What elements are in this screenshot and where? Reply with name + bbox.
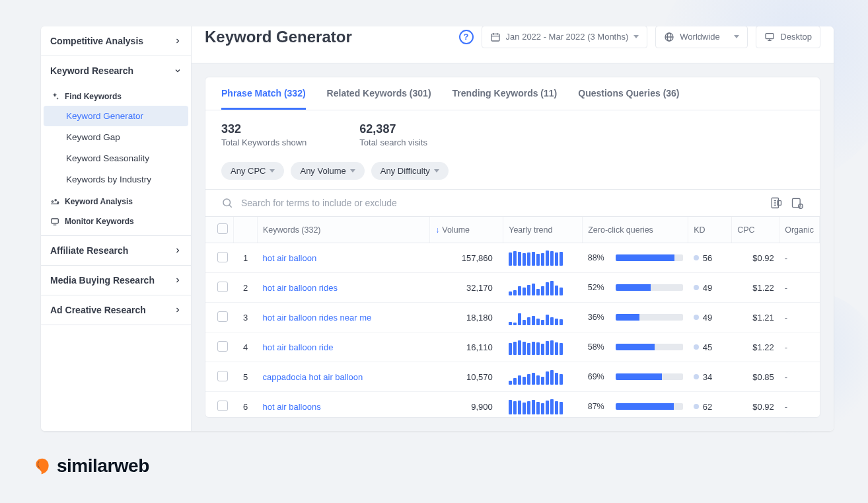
help-icon[interactable]: ? xyxy=(459,30,474,44)
device-picker[interactable]: Desktop xyxy=(756,26,820,48)
cell-cpc: $1.22 xyxy=(732,332,779,362)
cell-zeroclick: 58% xyxy=(583,332,688,362)
col-organic[interactable]: Organic xyxy=(779,217,820,243)
keyword-link[interactable]: hot air balloon xyxy=(263,253,317,263)
trend-sparkline xyxy=(509,399,577,414)
cell-trend xyxy=(503,362,583,392)
chevron-right-icon xyxy=(174,306,182,314)
logo-text: similarweb xyxy=(57,455,149,477)
svg-rect-13 xyxy=(766,33,774,38)
cell-trend xyxy=(503,392,583,418)
row-checkbox[interactable] xyxy=(217,401,228,411)
keyword-link[interactable]: hot air balloon rides near me xyxy=(263,313,372,323)
sort-desc-icon: ↓ xyxy=(435,225,439,235)
row-checkbox[interactable] xyxy=(217,282,228,292)
row-index: 5 xyxy=(234,362,258,392)
col-volume[interactable]: ↓Volume xyxy=(430,217,503,243)
sidebar-section-label: Ad Creative Research xyxy=(50,305,146,315)
row-index: 3 xyxy=(234,303,258,332)
filters: Any CPC Any Volume Any Difficulty xyxy=(205,159,820,190)
col-cpc[interactable]: CPC xyxy=(732,217,779,243)
sidebar-item-keywords-by-industry[interactable]: Keywords by Industry xyxy=(44,169,188,190)
table-row: 6 hot air balloons 9,900 87% 62 $0.92 - xyxy=(205,392,820,418)
keyword-link[interactable]: hot air balloons xyxy=(263,402,321,412)
region-picker[interactable]: Worldwide xyxy=(655,26,748,48)
cell-kd: 45 xyxy=(688,332,732,362)
settings-gear-icon[interactable] xyxy=(791,196,804,210)
col-keywords[interactable]: Keywords (332) xyxy=(258,217,430,243)
main-content: Keyword Generator ? Jan 2022 - Mar 2022 … xyxy=(192,26,834,431)
keyword-link[interactable]: hot air balloon ride xyxy=(263,342,334,352)
sidebar-subhead-monitor-keywords[interactable]: Monitor Keywords xyxy=(41,210,191,235)
tab-related-keywords[interactable]: Related Keywords (301) xyxy=(327,77,431,110)
cell-zeroclick: 88% xyxy=(583,243,688,273)
table-row: 1 hot air balloon 157,860 88% 56 $0.92 - xyxy=(205,243,820,273)
cell-organic: - xyxy=(779,392,820,418)
sidebar-subhead-keyword-analysis[interactable]: Keyword Analysis xyxy=(41,190,191,210)
sidebar-section-keyword-research[interactable]: Keyword Research xyxy=(41,56,191,85)
monitor-icon xyxy=(50,217,59,226)
select-all-checkbox[interactable] xyxy=(217,223,228,234)
keywords-table: Keywords (332) ↓Volume Yearly trend Zero… xyxy=(205,217,820,418)
cell-zeroclick: 69% xyxy=(583,362,688,392)
tab-phrase-match[interactable]: Phrase Match (332) xyxy=(221,77,306,110)
date-range-picker[interactable]: Jan 2022 - Mar 2022 (3 Months) xyxy=(482,26,648,48)
caret-down-icon xyxy=(270,169,275,173)
sidebar-section-label: Media Buying Research xyxy=(50,275,155,286)
filter-difficulty[interactable]: Any Difficulty xyxy=(371,162,449,180)
app-frame: Competitive Analysis Keyword Research Fi… xyxy=(41,26,834,431)
chevron-right-icon xyxy=(174,276,182,284)
svg-rect-23 xyxy=(793,198,801,207)
col-kd[interactable]: KD xyxy=(688,217,732,243)
sidebar-section-ad-creative[interactable]: Ad Creative Research xyxy=(41,295,191,325)
stats-row: 332 Total Keywords shown 62,387 Total se… xyxy=(205,110,820,159)
trend-sparkline xyxy=(509,280,577,295)
svg-line-17 xyxy=(229,205,232,208)
cell-kd: 56 xyxy=(688,243,732,273)
col-index xyxy=(234,217,258,243)
filter-volume[interactable]: Any Volume xyxy=(291,162,364,180)
cell-zeroclick: 87% xyxy=(583,392,688,418)
page-title: Keyword Generator xyxy=(205,28,352,46)
svg-point-0 xyxy=(52,201,53,202)
keyword-link[interactable]: cappadocia hot air balloon xyxy=(263,372,363,382)
chevron-right-icon xyxy=(174,247,182,254)
sidebar: Competitive Analysis Keyword Research Fi… xyxy=(41,26,192,431)
row-checkbox[interactable] xyxy=(217,252,228,262)
svg-point-1 xyxy=(55,200,56,201)
similarweb-logo: similarweb xyxy=(33,455,149,477)
filter-cpc[interactable]: Any CPC xyxy=(221,162,284,180)
row-checkbox[interactable] xyxy=(217,311,228,322)
row-checkbox[interactable] xyxy=(217,341,228,352)
col-trend[interactable]: Yearly trend xyxy=(503,217,583,243)
cell-zeroclick: 52% xyxy=(583,273,688,303)
sidebar-section-affiliate[interactable]: Affiliate Research xyxy=(41,236,191,265)
cell-zeroclick: 36% xyxy=(583,303,688,332)
tab-trending-keywords[interactable]: Trending Keywords (11) xyxy=(452,77,558,110)
cell-trend xyxy=(503,332,583,362)
globe-icon xyxy=(664,32,674,42)
sidebar-item-keyword-seasonality[interactable]: Keyword Seasonality xyxy=(44,148,188,169)
row-checkbox[interactable] xyxy=(217,371,228,381)
trend-sparkline xyxy=(509,369,577,385)
stat-total-keywords: 332 Total Keywords shown xyxy=(221,122,307,147)
col-zeroclick[interactable]: Zero-click queries xyxy=(583,217,688,243)
search-input[interactable] xyxy=(241,198,762,208)
trend-sparkline xyxy=(509,309,577,325)
sidebar-item-keyword-gap[interactable]: Keyword Gap xyxy=(44,127,188,147)
sidebar-section-label: Affiliate Research xyxy=(50,245,128,256)
keyword-link[interactable]: hot air balloon rides xyxy=(263,283,338,293)
cell-organic: - xyxy=(779,273,820,303)
export-excel-icon[interactable] xyxy=(770,196,783,210)
tab-questions-queries[interactable]: Questions Queries (36) xyxy=(578,77,679,110)
cell-organic: - xyxy=(779,243,820,273)
sidebar-section-competitive[interactable]: Competitive Analysis xyxy=(41,26,191,56)
kd-dot-icon xyxy=(694,344,699,350)
caret-down-icon xyxy=(734,35,739,38)
sidebar-item-keyword-generator[interactable]: Keyword Generator xyxy=(44,106,188,126)
desktop-icon xyxy=(764,32,775,42)
svg-rect-6 xyxy=(491,34,499,41)
sidebar-section-media-buying[interactable]: Media Buying Research xyxy=(41,266,191,295)
cell-trend xyxy=(503,303,583,332)
cell-kd: 49 xyxy=(688,273,732,303)
